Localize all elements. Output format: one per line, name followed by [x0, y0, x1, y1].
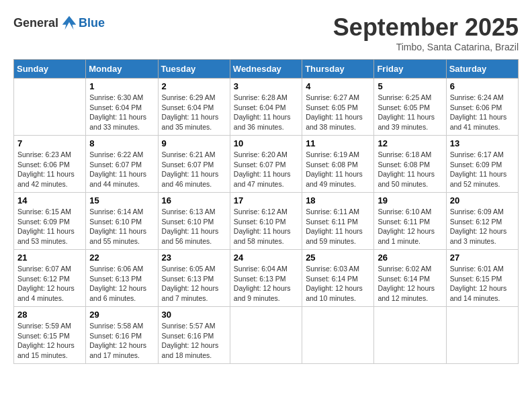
- day-info: Sunrise: 6:12 AM Sunset: 6:10 PM Dayligh…: [234, 207, 298, 246]
- column-header-monday: Monday: [86, 60, 158, 79]
- svg-marker-0: [62, 16, 77, 30]
- day-info: Sunrise: 6:05 AM Sunset: 6:13 PM Dayligh…: [162, 264, 226, 304]
- day-cell: 26Sunrise: 6:02 AM Sunset: 6:14 PM Dayli…: [374, 250, 446, 307]
- column-header-thursday: Thursday: [302, 60, 374, 79]
- day-cell: 7Sunrise: 6:23 AM Sunset: 6:06 PM Daylig…: [14, 136, 86, 193]
- day-number: 25: [306, 253, 370, 263]
- day-info: Sunrise: 6:28 AM Sunset: 6:04 PM Dayligh…: [234, 93, 298, 132]
- day-cell: 11Sunrise: 6:19 AM Sunset: 6:08 PM Dayli…: [302, 136, 374, 193]
- day-info: Sunrise: 6:03 AM Sunset: 6:14 PM Dayligh…: [306, 264, 370, 304]
- week-row-4: 21Sunrise: 6:07 AM Sunset: 6:12 PM Dayli…: [14, 250, 519, 307]
- day-info: Sunrise: 6:30 AM Sunset: 6:04 PM Dayligh…: [89, 93, 154, 132]
- column-header-tuesday: Tuesday: [158, 60, 230, 79]
- day-cell: 22Sunrise: 6:06 AM Sunset: 6:13 PM Dayli…: [86, 250, 158, 307]
- day-number: 21: [17, 253, 82, 263]
- day-info: Sunrise: 6:21 AM Sunset: 6:07 PM Dayligh…: [162, 150, 226, 189]
- day-number: 17: [234, 195, 298, 205]
- day-info: Sunrise: 6:18 AM Sunset: 6:08 PM Dayligh…: [378, 150, 442, 189]
- day-cell: 24Sunrise: 6:04 AM Sunset: 6:13 PM Dayli…: [230, 250, 302, 307]
- day-info: Sunrise: 6:13 AM Sunset: 6:10 PM Dayligh…: [162, 207, 226, 246]
- day-cell: 15Sunrise: 6:14 AM Sunset: 6:10 PM Dayli…: [86, 193, 158, 250]
- day-cell: [14, 79, 86, 136]
- day-cell: 29Sunrise: 5:58 AM Sunset: 6:16 PM Dayli…: [86, 307, 158, 364]
- day-number: 28: [17, 310, 82, 320]
- day-number: 20: [450, 195, 515, 205]
- day-cell: 9Sunrise: 6:21 AM Sunset: 6:07 PM Daylig…: [158, 136, 230, 193]
- page-header: General Blue September 2025 Timbo, Santa…: [13, 13, 519, 52]
- day-number: 24: [234, 253, 298, 263]
- day-number: 11: [306, 138, 370, 148]
- day-number: 19: [378, 195, 442, 205]
- day-number: 6: [450, 81, 515, 91]
- column-header-wednesday: Wednesday: [230, 60, 302, 79]
- day-info: Sunrise: 6:22 AM Sunset: 6:07 PM Dayligh…: [89, 150, 154, 189]
- day-info: Sunrise: 6:27 AM Sunset: 6:05 PM Dayligh…: [306, 93, 370, 132]
- day-number: 30: [162, 310, 226, 320]
- day-cell: [446, 307, 518, 364]
- day-info: Sunrise: 6:02 AM Sunset: 6:14 PM Dayligh…: [378, 264, 442, 304]
- day-cell: [374, 307, 446, 364]
- day-number: 3: [234, 81, 298, 91]
- day-cell: 10Sunrise: 6:20 AM Sunset: 6:07 PM Dayli…: [230, 136, 302, 193]
- week-row-2: 7Sunrise: 6:23 AM Sunset: 6:06 PM Daylig…: [14, 136, 519, 193]
- calendar-table: SundayMondayTuesdayWednesdayThursdayFrid…: [13, 59, 519, 364]
- day-number: 23: [162, 253, 226, 263]
- day-number: 15: [89, 195, 154, 205]
- day-cell: [230, 307, 302, 364]
- day-number: 29: [89, 310, 154, 320]
- day-cell: 13Sunrise: 6:17 AM Sunset: 6:09 PM Dayli…: [446, 136, 518, 193]
- day-number: 4: [306, 81, 370, 91]
- day-cell: 23Sunrise: 6:05 AM Sunset: 6:13 PM Dayli…: [158, 250, 230, 307]
- day-number: 13: [450, 138, 515, 148]
- day-cell: 25Sunrise: 6:03 AM Sunset: 6:14 PM Dayli…: [302, 250, 374, 307]
- day-cell: 4Sunrise: 6:27 AM Sunset: 6:05 PM Daylig…: [302, 79, 374, 136]
- logo-icon: [60, 13, 79, 32]
- day-cell: 21Sunrise: 6:07 AM Sunset: 6:12 PM Dayli…: [14, 250, 86, 307]
- week-row-5: 28Sunrise: 5:59 AM Sunset: 6:15 PM Dayli…: [14, 307, 519, 364]
- day-cell: 30Sunrise: 5:57 AM Sunset: 6:16 PM Dayli…: [158, 307, 230, 364]
- day-info: Sunrise: 6:19 AM Sunset: 6:08 PM Dayligh…: [306, 150, 370, 189]
- day-number: 18: [306, 195, 370, 205]
- day-number: 10: [234, 138, 298, 148]
- day-cell: 20Sunrise: 6:09 AM Sunset: 6:12 PM Dayli…: [446, 193, 518, 250]
- week-row-3: 14Sunrise: 6:15 AM Sunset: 6:09 PM Dayli…: [14, 193, 519, 250]
- logo: General Blue: [13, 13, 105, 32]
- day-number: 5: [378, 81, 442, 91]
- title-block: September 2025 Timbo, Santa Catarina, Br…: [333, 13, 519, 52]
- day-number: 8: [89, 138, 154, 148]
- column-header-friday: Friday: [374, 60, 446, 79]
- day-number: 14: [17, 195, 82, 205]
- day-cell: 28Sunrise: 5:59 AM Sunset: 6:15 PM Dayli…: [14, 307, 86, 364]
- day-cell: 8Sunrise: 6:22 AM Sunset: 6:07 PM Daylig…: [86, 136, 158, 193]
- logo-blue-text: Blue: [79, 16, 105, 30]
- day-cell: 2Sunrise: 6:29 AM Sunset: 6:04 PM Daylig…: [158, 79, 230, 136]
- calendar-header-row: SundayMondayTuesdayWednesdayThursdayFrid…: [14, 60, 519, 79]
- day-cell: 19Sunrise: 6:10 AM Sunset: 6:11 PM Dayli…: [374, 193, 446, 250]
- day-info: Sunrise: 6:25 AM Sunset: 6:05 PM Dayligh…: [378, 93, 442, 132]
- day-number: 1: [89, 81, 154, 91]
- subtitle: Timbo, Santa Catarina, Brazil: [333, 42, 519, 52]
- day-cell: 18Sunrise: 6:11 AM Sunset: 6:11 PM Dayli…: [302, 193, 374, 250]
- day-cell: 12Sunrise: 6:18 AM Sunset: 6:08 PM Dayli…: [374, 136, 446, 193]
- day-number: 16: [162, 195, 226, 205]
- day-info: Sunrise: 6:15 AM Sunset: 6:09 PM Dayligh…: [17, 207, 82, 246]
- day-cell: 1Sunrise: 6:30 AM Sunset: 6:04 PM Daylig…: [86, 79, 158, 136]
- day-number: 7: [17, 138, 82, 148]
- day-info: Sunrise: 5:57 AM Sunset: 6:16 PM Dayligh…: [162, 321, 226, 361]
- day-info: Sunrise: 6:04 AM Sunset: 6:13 PM Dayligh…: [234, 264, 298, 304]
- day-cell: 14Sunrise: 6:15 AM Sunset: 6:09 PM Dayli…: [14, 193, 86, 250]
- day-number: 2: [162, 81, 226, 91]
- day-info: Sunrise: 6:17 AM Sunset: 6:09 PM Dayligh…: [450, 150, 515, 189]
- day-cell: 6Sunrise: 6:24 AM Sunset: 6:06 PM Daylig…: [446, 79, 518, 136]
- month-title: September 2025: [333, 13, 519, 42]
- day-info: Sunrise: 6:14 AM Sunset: 6:10 PM Dayligh…: [89, 207, 154, 246]
- day-info: Sunrise: 6:24 AM Sunset: 6:06 PM Dayligh…: [450, 93, 515, 132]
- day-number: 9: [162, 138, 226, 148]
- day-cell: 3Sunrise: 6:28 AM Sunset: 6:04 PM Daylig…: [230, 79, 302, 136]
- day-cell: 16Sunrise: 6:13 AM Sunset: 6:10 PM Dayli…: [158, 193, 230, 250]
- week-row-1: 1Sunrise: 6:30 AM Sunset: 6:04 PM Daylig…: [14, 79, 519, 136]
- day-info: Sunrise: 5:59 AM Sunset: 6:15 PM Dayligh…: [17, 321, 82, 361]
- day-number: 12: [378, 138, 442, 148]
- day-info: Sunrise: 6:29 AM Sunset: 6:04 PM Dayligh…: [162, 93, 226, 132]
- logo-general-text: General: [13, 16, 58, 30]
